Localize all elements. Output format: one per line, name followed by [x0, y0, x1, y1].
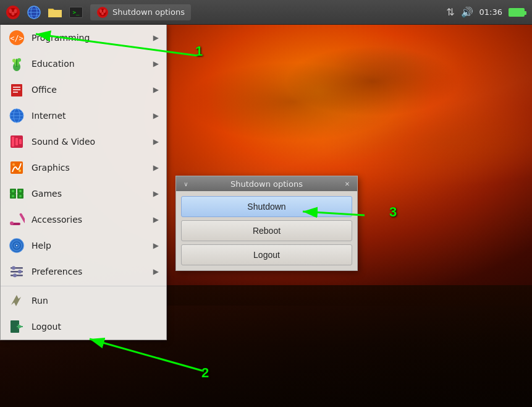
menu-label-internet: Internet	[32, 111, 66, 121]
menu-label-programming: Programming	[32, 33, 90, 43]
menu-label-sound-video: Sound & Video	[32, 137, 95, 147]
svg-point-37	[19, 169, 21, 172]
svg-point-14	[101, 12, 104, 15]
globe-button[interactable]	[25, 3, 43, 22]
submenu-arrow-help: ▶	[153, 241, 159, 250]
shutdown-dialog-buttons: Shutdown Reboot Logout	[176, 191, 357, 270]
menu-label-preferences: Preferences	[32, 267, 82, 276]
logout-icon	[8, 318, 25, 335]
clock: 01:36	[479, 7, 502, 17]
taskbar-right: ⇅ 🔊 01:36	[446, 6, 532, 18]
submenu-arrow-programming: ▶	[153, 33, 159, 42]
shutdown-dialog: ∨ Shutdown options ✕ Shutdown Reboot Log…	[175, 176, 358, 271]
svg-rect-34	[19, 139, 22, 144]
menu-label-logout: Logout	[32, 322, 61, 332]
svg-rect-33	[15, 138, 18, 145]
submenu-arrow-graphics: ▶	[153, 163, 159, 172]
svg-point-42	[12, 190, 14, 192]
run-icon	[8, 292, 25, 309]
shutdown-taskbar-label: Shutdown options	[112, 7, 185, 17]
menu-item-preferences[interactable]: Preferences ▶	[1, 259, 166, 285]
svg-rect-22	[11, 84, 22, 96]
internet-icon	[8, 107, 25, 124]
svg-rect-60	[17, 326, 23, 327]
svg-point-20	[12, 59, 16, 62]
menu-label-office: Office	[32, 85, 57, 95]
menu-label-graphics: Graphics	[32, 163, 70, 173]
logout-dialog-button[interactable]: Logout	[181, 244, 352, 265]
svg-point-45	[19, 195, 22, 197]
svg-point-2	[9, 9, 12, 13]
submenu-arrow-sound-video: ▶	[153, 137, 159, 146]
graphics-icon	[8, 159, 25, 176]
svg-point-43	[19, 190, 22, 192]
svg-point-57	[18, 270, 22, 273]
menu-label-games: Games	[32, 189, 62, 199]
menu-item-accessories[interactable]: Accessories ▶	[1, 207, 166, 233]
svg-point-52	[16, 245, 17, 246]
help-icon	[8, 237, 25, 254]
dialog-close-button[interactable]: ✕	[342, 179, 352, 189]
menu-label-education: Education	[32, 59, 75, 69]
submenu-arrow-accessories: ▶	[153, 215, 159, 224]
shutdown-dialog-titlebar: ∨ Shutdown options ✕	[176, 176, 357, 191]
svg-rect-47	[19, 213, 25, 224]
submenu-arrow-office: ▶	[153, 85, 159, 94]
menu-item-run[interactable]: Run	[1, 288, 166, 314]
education-icon	[8, 55, 25, 72]
shutdown-button[interactable]: Shutdown	[181, 196, 352, 217]
volume-icon: 🔊	[461, 6, 473, 18]
reboot-button[interactable]: Reboot	[181, 220, 352, 241]
svg-text:</>: </>	[10, 34, 23, 43]
battery-icon	[509, 8, 525, 17]
svg-point-44	[12, 195, 14, 197]
programming-icon: </>	[8, 29, 25, 46]
svg-point-36	[12, 163, 15, 166]
menu-separator	[1, 286, 166, 286]
menu-label-accessories: Accessories	[32, 215, 82, 225]
menu-item-education[interactable]: Education ▶	[1, 51, 166, 77]
menu-item-help[interactable]: Help ▶	[1, 233, 166, 259]
menu-item-internet[interactable]: Internet ▶	[1, 103, 166, 129]
submenu-arrow-preferences: ▶	[153, 267, 159, 276]
accessories-icon	[8, 211, 25, 228]
svg-point-56	[12, 266, 15, 270]
terminal-button[interactable]: >_	[67, 3, 85, 22]
svg-point-4	[12, 12, 15, 15]
menu-label-help: Help	[32, 241, 51, 251]
dialog-minimize-button[interactable]: ∨	[181, 179, 191, 189]
submenu-arrow-internet: ▶	[153, 111, 159, 120]
desktop: >_ Shutdown options ⇅ 🔊 01:36	[0, 0, 532, 407]
menu-item-sound-video[interactable]: Sound & Video ▶	[1, 129, 166, 155]
svg-point-58	[13, 273, 17, 277]
network-icon: ⇅	[446, 6, 454, 18]
preferences-icon	[8, 263, 25, 280]
submenu-arrow-games: ▶	[153, 189, 159, 198]
svg-point-3	[14, 9, 17, 13]
games-icon	[8, 185, 25, 202]
menu-label-run: Run	[32, 296, 48, 306]
shutdown-dialog-title: Shutdown options	[191, 179, 342, 189]
submenu-arrow-education: ▶	[153, 59, 159, 68]
menu-item-logout[interactable]: Logout	[1, 314, 166, 340]
menu-item-graphics[interactable]: Graphics ▶	[1, 155, 166, 181]
start-menu: </> Programming ▶ Education ▶	[0, 25, 167, 340]
svg-point-13	[103, 9, 106, 13]
taskbar: >_ Shutdown options ⇅ 🔊 01:36	[0, 0, 532, 25]
sound-video-icon	[8, 133, 25, 150]
svg-point-21	[17, 58, 21, 62]
terminal-icon: >_	[69, 7, 83, 18]
menu-item-office[interactable]: Office ▶	[1, 77, 166, 103]
raspberry-pi-button[interactable]	[4, 3, 22, 22]
folder-button[interactable]	[46, 3, 64, 22]
svg-point-12	[99, 9, 102, 13]
svg-rect-32	[12, 137, 14, 147]
office-icon	[8, 81, 25, 98]
menu-item-games[interactable]: Games ▶	[1, 181, 166, 207]
shutdown-taskbar-button[interactable]: Shutdown options	[90, 4, 191, 20]
svg-point-48	[10, 221, 14, 225]
menu-item-programming[interactable]: </> Programming ▶	[1, 25, 166, 51]
taskbar-left: >_ Shutdown options	[0, 3, 191, 22]
